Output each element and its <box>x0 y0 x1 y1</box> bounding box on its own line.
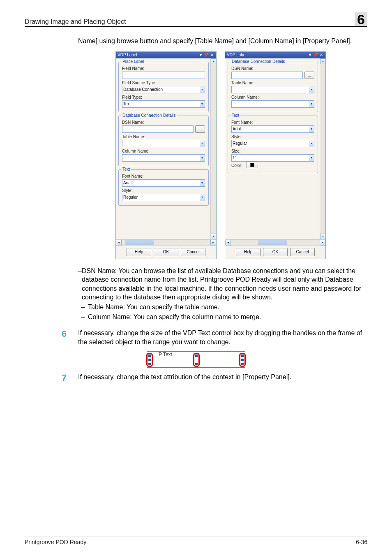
style-label: Style: <box>231 134 314 139</box>
screenshot-pair: VDP Label ▾ 📌 ✕ ▴ ▾ Place Label Field Na… <box>78 51 363 259</box>
group-legend: Text <box>121 167 131 171</box>
text-group: Text Font Name: Arial ▾ Style: Regular ▾ <box>118 169 209 206</box>
panel-title: VDP Label <box>118 53 137 57</box>
dropdown-icon[interactable]: ▾ <box>307 53 312 58</box>
chevron-down-icon[interactable]: ▾ <box>309 86 314 93</box>
dsn-name-label: DSN Name: <box>122 120 205 125</box>
scroll-left-icon[interactable]: ◂ <box>116 240 122 246</box>
color-chip-icon <box>250 163 254 167</box>
page-header: Drawing Image and Placing Object 6 <box>25 12 367 27</box>
chevron-down-icon[interactable]: ▾ <box>200 86 205 93</box>
color-picker[interactable] <box>247 162 258 168</box>
cancel-button[interactable]: Cancel <box>290 248 315 256</box>
dialog-buttons: Help OK Cancel <box>225 245 325 259</box>
ok-button[interactable]: OK <box>154 248 178 256</box>
pin-icon[interactable]: 📌 <box>204 53 209 58</box>
step-6-text: If necessary, change the size of the VDP… <box>78 329 367 346</box>
vdp-text-label: P Text <box>159 352 172 357</box>
ok-button[interactable]: OK <box>263 248 288 256</box>
resize-handle-right[interactable] <box>239 353 246 367</box>
chevron-down-icon[interactable]: ▾ <box>309 140 314 147</box>
chevron-down-icon[interactable]: ▾ <box>200 194 205 201</box>
close-icon[interactable]: ✕ <box>210 53 214 58</box>
cancel-button[interactable]: Cancel <box>181 248 205 256</box>
horizontal-scrollbar[interactable]: ◂ ▸ <box>116 239 216 245</box>
field-source-type-label: Field Source Type: <box>122 81 205 85</box>
chevron-down-icon[interactable]: ▾ <box>309 125 314 133</box>
resize-handle-left[interactable] <box>146 353 153 367</box>
bullet-column: –Column Name: You can specify the column… <box>78 313 363 322</box>
scroll-down-icon[interactable]: ▾ <box>320 234 325 239</box>
table-name-select[interactable] <box>122 140 200 147</box>
group-legend: Text <box>231 113 240 118</box>
help-button[interactable]: Help <box>236 248 261 256</box>
bullet-table: –Table Name: You can specify the table n… <box>78 303 363 312</box>
field-name-input[interactable] <box>122 72 205 79</box>
style-select[interactable]: Regular <box>231 140 309 147</box>
chevron-down-icon[interactable]: ▾ <box>200 154 205 162</box>
vdp-text-handles-figure: P Text <box>25 351 367 368</box>
font-name-select[interactable]: Arial <box>231 125 309 133</box>
help-button[interactable]: Help <box>127 248 151 256</box>
text-group: Text Font Name: Arial ▾ Style: Regular ▾… <box>228 116 318 173</box>
pin-icon[interactable]: 📌 <box>313 53 318 58</box>
scroll-up-icon[interactable]: ▴ <box>211 58 216 64</box>
panel-title: VDP Label <box>227 53 247 57</box>
field-source-type-select[interactable]: Database Connection <box>122 86 200 93</box>
scroll-right-icon[interactable]: ▸ <box>210 240 216 246</box>
dsn-name-input[interactable] <box>122 125 194 133</box>
db-connection-group: Database Connection Details DSN Name: ..… <box>118 116 209 166</box>
step-6-number: 6 <box>62 329 78 339</box>
browse-button[interactable]: ... <box>195 125 205 133</box>
chevron-down-icon[interactable]: ▾ <box>200 179 205 187</box>
chapter-number: 6 <box>355 12 367 26</box>
page-footer: Printgroove POD Ready 6-36 <box>25 537 367 545</box>
vertical-scrollbar[interactable]: ▴ ▾ <box>320 58 325 239</box>
browse-button[interactable]: ... <box>304 72 314 79</box>
dropdown-icon[interactable]: ▾ <box>198 53 203 58</box>
place-label-group: Place Label Field Name: Field Source Typ… <box>118 62 209 112</box>
style-select[interactable]: Regular <box>122 194 200 201</box>
column-name-select[interactable] <box>122 154 200 162</box>
dsn-name-input[interactable] <box>231 72 303 79</box>
column-name-select[interactable] <box>231 100 309 108</box>
scroll-down-icon[interactable]: ▾ <box>211 234 216 239</box>
field-name-label: Field Name: <box>122 66 205 71</box>
section-title: Drawing Image and Placing Object <box>25 18 126 25</box>
bullet-dsn: –DSN Name: You can browse the list of av… <box>78 266 363 302</box>
chevron-down-icon[interactable]: ▾ <box>200 140 205 147</box>
scroll-thumb[interactable] <box>125 240 154 245</box>
font-name-label: Font Name: <box>231 120 314 125</box>
footer-page: 6-36 <box>356 539 367 545</box>
field-type-select[interactable]: Text <box>122 100 200 108</box>
vdp-label-panel-right: VDP Label ▾ 📌 ✕ ▴ ▾ Database Connection … <box>225 51 326 259</box>
chevron-down-icon[interactable]: ▾ <box>309 154 314 162</box>
horizontal-scrollbar[interactable]: ◂ ▸ <box>225 239 325 245</box>
color-label: Color: <box>231 163 242 168</box>
group-legend: Place Label <box>121 59 145 64</box>
resize-handle-center[interactable] <box>193 353 200 367</box>
chevron-down-icon[interactable]: ▾ <box>200 100 205 108</box>
continuation-paragraph: Name] using browse button and specify [T… <box>78 37 363 46</box>
scroll-right-icon[interactable]: ▸ <box>320 240 325 246</box>
footer-product: Printgroove POD Ready <box>25 539 86 545</box>
column-name-label: Column Name: <box>231 95 314 100</box>
close-icon[interactable]: ✕ <box>319 53 324 58</box>
db-connection-group: Database Connection Details DSN Name: ..… <box>228 62 318 112</box>
scroll-thumb[interactable] <box>258 240 287 245</box>
column-name-label: Column Name: <box>122 149 205 153</box>
chevron-down-icon[interactable]: ▾ <box>309 100 314 108</box>
panel-titlebar[interactable]: VDP Label ▾ 📌 ✕ <box>225 52 325 58</box>
table-name-label: Table Name: <box>122 134 205 139</box>
size-label: Size: <box>231 149 314 153</box>
group-legend: Database Connection Details <box>231 59 286 64</box>
font-name-label: Font Name: <box>122 174 205 178</box>
table-name-select[interactable] <box>231 86 309 93</box>
scroll-left-icon[interactable]: ◂ <box>225 240 231 246</box>
vertical-scrollbar[interactable]: ▴ ▾ <box>210 58 216 239</box>
step-7-text: If necessary, change the text attributio… <box>78 373 367 382</box>
font-name-select[interactable]: Arial <box>122 179 200 187</box>
panel-titlebar[interactable]: VDP Label ▾ 📌 ✕ <box>116 52 216 58</box>
size-select[interactable]: 11 <box>231 154 309 162</box>
scroll-up-icon[interactable]: ▴ <box>320 58 325 64</box>
